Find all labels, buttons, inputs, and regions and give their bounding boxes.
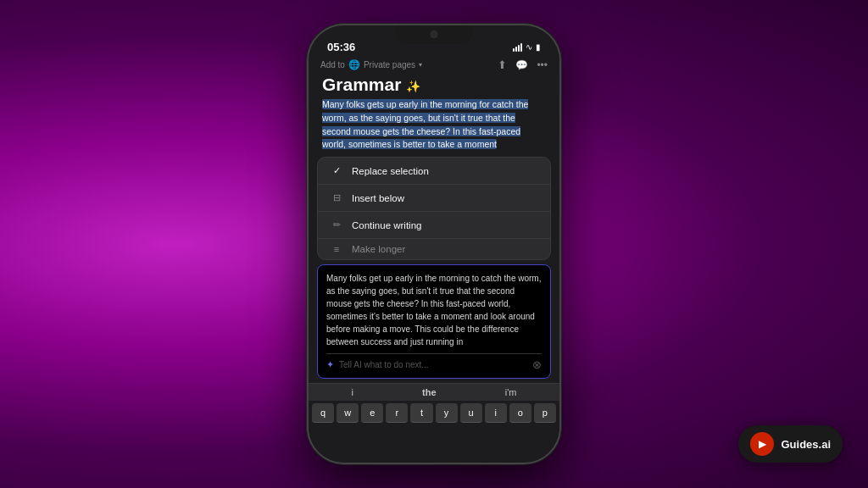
key-o[interactable]: o (509, 403, 531, 423)
key-r[interactable]: r (386, 403, 408, 423)
replace-selection-label: Replace selection (352, 166, 429, 176)
share-icon[interactable]: ⬆ (498, 58, 507, 71)
menu-item-insert[interactable]: ⊟ Insert below (318, 185, 550, 212)
page-title: Grammar (322, 75, 406, 94)
more-icon[interactable]: ••• (537, 59, 548, 71)
wifi-icon: ∿ (526, 42, 532, 52)
ai-input-placeholder[interactable]: Tell AI what to do next... (339, 360, 527, 369)
keyboard-grid: q w e r t y u i o p (309, 401, 559, 428)
key-q[interactable]: q (312, 403, 334, 423)
nav-left[interactable]: Add to 🌐 Private pages ▾ (320, 59, 422, 70)
ai-clear-icon[interactable]: ⊗ (532, 358, 542, 371)
guides-badge[interactable]: ▶ Guides.ai (738, 425, 843, 463)
menu-item-replace[interactable]: ✓ Replace selection (318, 158, 550, 185)
page-emoji-icon: 🌐 (348, 59, 360, 70)
highlighted-text: Many folks gets up early in the morning … (322, 99, 528, 149)
status-icons: ∿ ▮ (513, 42, 541, 52)
guides-icon-circle: ▶ (750, 432, 774, 456)
suggestion-the[interactable]: the (422, 387, 437, 397)
key-u[interactable]: u (460, 403, 482, 423)
phone-body: 05:36 ∿ ▮ Add to (307, 24, 561, 464)
key-row-1: q w e r t y u i o p (312, 403, 556, 423)
ai-sparkle-icon: ✦ (326, 359, 334, 370)
page-title-area: Grammar ✨ (309, 73, 559, 98)
status-time: 05:36 (327, 41, 355, 53)
check-icon: ✓ (330, 165, 343, 176)
chevron-down-icon: ▾ (419, 61, 422, 69)
suggestion-i[interactable]: i (352, 387, 353, 397)
phone-container: 05:36 ∿ ▮ Add to (307, 24, 561, 464)
keyboard-suggestions: i the i'm (309, 383, 559, 401)
pencil-icon: ✏ (330, 219, 343, 230)
ai-output-box: Many folks get up early in the morning t… (317, 264, 551, 379)
nav-actions: ⬆ 💬 ••• (498, 58, 548, 71)
key-p[interactable]: p (534, 403, 556, 423)
desktop-background: 05:36 ∿ ▮ Add to (0, 0, 868, 488)
guides-label: Guides.ai (781, 438, 831, 451)
page-name-label: Private pages (364, 60, 415, 69)
ai-output-text: Many folks get up early in the morning t… (326, 272, 542, 348)
battery-icon: ▮ (536, 42, 541, 52)
nav-bar: Add to 🌐 Private pages ▾ ⬆ 💬 ••• (309, 57, 559, 73)
insert-icon: ⊟ (330, 192, 343, 203)
screen: 05:36 ∿ ▮ Add to (309, 25, 559, 463)
menu-item-continue[interactable]: ✏ Continue writing (318, 212, 550, 239)
menu-item-longer[interactable]: ≡ Make longer (318, 239, 550, 259)
body-text-area: Many folks gets up early in the morning … (309, 98, 559, 157)
longer-icon: ≡ (330, 244, 343, 254)
signal-bars-icon (513, 43, 522, 52)
key-w[interactable]: w (337, 403, 359, 423)
ai-input-row[interactable]: ✦ Tell AI what to do next... ⊗ (326, 353, 542, 371)
comment-icon[interactable]: 💬 (515, 59, 528, 71)
key-t[interactable]: t (410, 403, 432, 423)
phone-camera (431, 30, 438, 38)
suggestion-im[interactable]: i'm (505, 387, 517, 397)
key-y[interactable]: y (436, 403, 458, 423)
title-emoji-icon: ✨ (406, 80, 420, 93)
make-longer-label: Make longer (352, 244, 405, 254)
add-to-label: Add to (320, 60, 345, 69)
key-i[interactable]: i (485, 403, 507, 423)
context-menu: ✓ Replace selection ⊟ Insert below ✏ Con… (317, 157, 551, 260)
continue-writing-label: Continue writing (352, 220, 421, 230)
insert-below-label: Insert below (352, 193, 404, 203)
key-e[interactable]: e (361, 403, 383, 423)
